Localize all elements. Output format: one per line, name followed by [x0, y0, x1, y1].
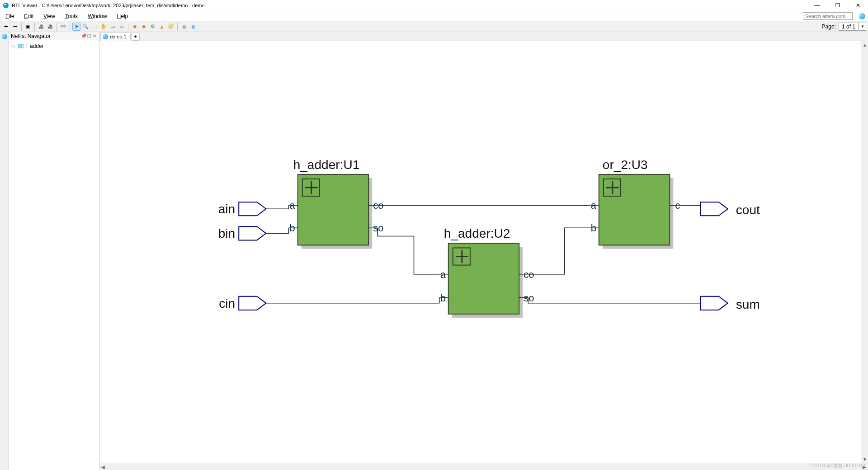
print2-button[interactable]: 🖶 [46, 23, 54, 31]
zoom-fit-button[interactable]: ▣ [24, 23, 32, 31]
menu-tools[interactable]: Tools [62, 12, 80, 20]
svg-text:bin: bin [218, 226, 235, 240]
module-icon [18, 43, 24, 49]
window-title: RTL Viewer - C:/Users/Lenovo/Desktop/wor… [12, 3, 205, 8]
zoom-tool-button[interactable]: 🔍 [81, 23, 90, 31]
panel-body: ▷ f_adder [9, 40, 99, 470]
block-u2[interactable] [448, 243, 519, 314]
svg-text:b: b [440, 292, 446, 304]
block-u3-title: or_2:U3 [603, 158, 648, 172]
tab-icon [103, 34, 108, 39]
hand-tool-button[interactable]: ✋ [99, 23, 108, 31]
block-u1[interactable] [298, 174, 369, 245]
export1-button[interactable]: ⎘ [180, 23, 188, 31]
tab-label: demo:1 [110, 34, 127, 39]
panel-close-button[interactable]: ✕ [92, 33, 97, 39]
maximize-button[interactable]: ❐ [827, 0, 848, 11]
tabbar: demo:1 + [99, 32, 868, 41]
pin-bin[interactable] [239, 226, 266, 240]
svg-text:b: b [591, 222, 596, 234]
print-button[interactable]: 🖶 [37, 23, 45, 31]
toolbar: ⬅ ➡ ▣ 🖶 🖶 👓 ➤ 🔍 ⬚ ✋ ▭ ≣ ◆ ◆ ⚙ ▲ 🧭 ⎘ ⎘ Pa… [0, 21, 868, 32]
watermark: CSDN @泡泡 00:00:00 [810, 462, 865, 469]
svg-text:b: b [290, 222, 295, 234]
vscroll-up-icon[interactable]: ▲ [861, 41, 868, 48]
svg-text:a: a [440, 269, 446, 280]
menu-window[interactable]: Window [85, 12, 110, 20]
page-indicator[interactable]: 1 of 1 [839, 23, 859, 31]
search-input[interactable] [803, 12, 853, 20]
schematic-canvas[interactable]: h_adder:U1 a b co so h_adder:U2 a b co s… [99, 41, 868, 463]
horizontal-scrollbar[interactable]: ◀ ▶ [99, 463, 868, 470]
export2-button[interactable]: ⎘ [189, 23, 197, 31]
menu-file[interactable]: FFileile [3, 12, 17, 20]
vertical-scrollbar[interactable]: ▲ ▼ [861, 41, 868, 463]
pin-ain[interactable] [239, 202, 266, 216]
panel-header: Netlist Navigator 📌 ❐ ✕ [9, 32, 99, 40]
filter-button[interactable]: ▲ [158, 23, 166, 31]
nav-back-button[interactable]: ⬅ [2, 23, 10, 31]
locate-button[interactable]: 🧭 [167, 23, 175, 31]
pointer-tool-button[interactable]: ➤ [72, 23, 80, 31]
block-u3[interactable] [599, 174, 670, 245]
tree-root-item[interactable]: ▷ f_adder [12, 42, 96, 50]
left-gutter [0, 32, 9, 470]
menu-help[interactable]: Help [114, 12, 131, 20]
svg-text:cin: cin [219, 296, 235, 310]
svg-text:sum: sum [736, 297, 760, 311]
svg-text:a: a [591, 200, 597, 211]
menu-edit[interactable]: Edit [21, 12, 36, 20]
svg-text:cout: cout [736, 203, 760, 217]
nav-fwd-button[interactable]: ➡ [11, 23, 19, 31]
panel-pin-icon[interactable] [2, 34, 7, 39]
pin-sum[interactable] [701, 296, 728, 310]
tab-add-button[interactable]: + [132, 33, 140, 41]
svg-text:so: so [524, 292, 534, 304]
tree-expand-icon[interactable]: ▷ [12, 44, 16, 49]
menu-view[interactable]: View [41, 12, 58, 20]
highlight2-button[interactable]: ◆ [140, 23, 148, 31]
menubar: FFileile Edit View Tools Window Help [0, 11, 868, 21]
svg-text:so: so [373, 222, 383, 234]
search-orb-icon[interactable] [859, 13, 865, 19]
hscroll-left-icon[interactable]: ◀ [99, 463, 107, 470]
minimize-button[interactable]: — [807, 0, 827, 11]
netlist-navigator-panel: Netlist Navigator 📌 ❐ ✕ ▷ f_adder [9, 32, 99, 470]
svg-point-1 [5, 4, 6, 6]
tree-root-label: f_adder [25, 43, 44, 49]
titlebar: RTL Viewer - C:/Users/Lenovo/Desktop/wor… [0, 0, 868, 11]
settings-button[interactable]: ⚙ [149, 23, 157, 31]
block-u1-title: h_adder:U1 [293, 158, 360, 172]
svg-point-0 [3, 3, 9, 8]
page-dropdown-button[interactable]: ▼ [859, 23, 866, 31]
panel-pin-button[interactable]: 📌 [81, 33, 86, 39]
find-button[interactable]: 👓 [59, 23, 67, 31]
app-icon [3, 2, 9, 9]
highlight1-button[interactable]: ◆ [131, 23, 139, 31]
panel-title: Netlist Navigator [11, 33, 51, 39]
area-select-button[interactable]: ⬚ [90, 23, 99, 31]
vscroll-down-icon[interactable]: ▼ [861, 456, 868, 463]
block-u2-title: h_adder:U2 [444, 226, 510, 240]
pin-cin[interactable] [239, 296, 266, 310]
tab-demo[interactable]: demo:1 [100, 32, 131, 41]
group-button[interactable]: ≣ [118, 23, 126, 31]
close-button[interactable]: ✕ [848, 0, 868, 11]
select-mode-button[interactable]: ▭ [108, 23, 117, 31]
page-label: Page: [822, 24, 838, 30]
panel-float-button[interactable]: ❐ [86, 33, 92, 39]
pin-cout[interactable] [701, 202, 728, 216]
svg-text:ain: ain [218, 202, 235, 216]
svg-text:a: a [290, 200, 296, 211]
